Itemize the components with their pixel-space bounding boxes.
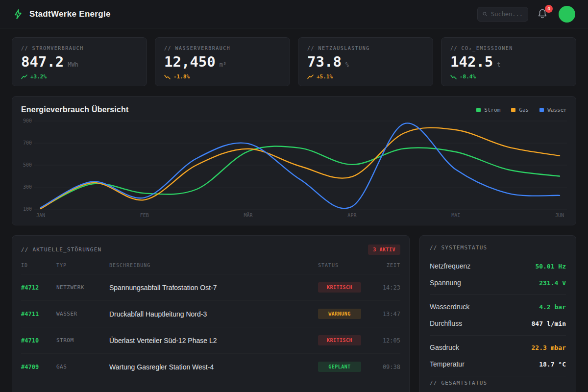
series-line-gas <box>41 128 560 209</box>
svg-text:JAN: JAN <box>36 213 45 218</box>
kpi-row: // STROMVERBRAUCH 847.2 MWh +3.2% // WAS… <box>12 37 576 86</box>
kpi-unit: MWh <box>68 61 78 68</box>
svg-text:100: 100 <box>23 206 32 212</box>
legend-item-wasser[interactable]: Wasser <box>539 107 567 113</box>
column-header-status: STATUS <box>318 263 369 268</box>
divider <box>430 294 566 295</box>
status-row: Netzfrequenz 50.01 Hz <box>430 258 566 274</box>
status-badge: GEPLANT <box>318 362 361 372</box>
incident-description: Druckabfall Hauptleitung Nord-3 <box>109 310 318 318</box>
overall-status-title: // GESAMTSTATUS <box>430 380 566 386</box>
svg-text:MAI: MAI <box>451 213 460 218</box>
status-label: Durchfluss <box>430 319 462 327</box>
legend-item-strom[interactable]: Strom <box>476 107 500 113</box>
incident-time: 13:47 <box>369 311 400 318</box>
status-value: 4.2 bar <box>539 303 566 311</box>
kpi-card-2: // NETZAUSLASTUNG 73.8 % +5.1% <box>298 37 433 86</box>
kpi-label: // STROMVERBRAUCH <box>21 46 138 51</box>
kpi-value: 847.2 <box>21 55 64 69</box>
incident-typ: STROM <box>56 337 109 343</box>
chart-card: Energieverbrauch Übersicht Strom Gas Was… <box>12 96 576 225</box>
incident-time: 09:38 <box>369 364 400 370</box>
svg-text:MÄR: MÄR <box>244 212 253 218</box>
status-row: Gasdruck 22.3 mbar <box>430 339 566 356</box>
kpi-unit: % <box>345 61 349 68</box>
system-status-rows: Netzfrequenz 50.01 Hz Spannung 231.4 V W… <box>430 258 566 372</box>
navbar: StadtWerke Energie Suchen... 4 <box>0 0 588 28</box>
incident-typ: NETZWERK <box>56 284 109 291</box>
kpi-label: // CO₂_EMISSIONEN <box>450 46 567 51</box>
kpi-card-3: // CO₂_EMISSIONEN 142.5 t -8.4% <box>441 37 576 86</box>
legend-item-gas[interactable]: Gas <box>511 107 529 113</box>
status-label: Gasdruck <box>430 343 459 351</box>
status-badge: KRITISCH <box>318 282 361 293</box>
table-row[interactable]: #4710 STROM Überlast Verteiler Süd-12 Ph… <box>21 327 400 354</box>
notification-badge: 4 <box>545 5 553 13</box>
incidents-table-header: IDTYPBESCHREIBUNGSTATUSZEIT <box>21 263 400 274</box>
legend-swatch <box>511 108 515 112</box>
trend-up-icon <box>21 74 27 79</box>
kpi-label: // WASSERVERBRAUCH <box>164 46 281 51</box>
kpi-unit: t <box>497 61 500 68</box>
avatar[interactable] <box>559 6 575 23</box>
search-placeholder: Suchen... <box>491 11 523 18</box>
app-title: StadtWerke Energie <box>29 9 111 19</box>
legend-swatch <box>539 108 544 112</box>
kpi-trend: +3.2% <box>21 74 138 80</box>
status-value: 22.3 mbar <box>532 344 566 351</box>
incident-typ: WASSER <box>56 311 109 317</box>
search-icon <box>483 11 487 17</box>
svg-text:JUN: JUN <box>555 213 564 218</box>
column-header-id: ID <box>21 263 56 268</box>
search-input[interactable]: Suchen... <box>477 7 528 22</box>
incident-description: Überlast Verteiler Süd-12 Phase L2 <box>109 337 318 344</box>
table-row[interactable]: #4712 NETZWERK Spannungsabfall Trafostat… <box>21 274 400 301</box>
status-value: 50.01 Hz <box>535 263 566 270</box>
kpi-card-1: // WASSERVERBRAUCH 12,450 m³ -1.8% <box>155 37 290 86</box>
divider <box>430 335 566 336</box>
table-row[interactable]: #4711 WASSER Druckabfall Hauptleitung No… <box>21 301 400 327</box>
system-status-title: // SYSTEMSTATUS <box>430 245 566 251</box>
kpi-value: 73.8 <box>307 55 342 69</box>
incidents-card: // AKTUELLE_STÖRUNGEN 3 AKTIV IDTYPBESCH… <box>12 235 410 392</box>
svg-text:APR: APR <box>347 213 357 218</box>
incident-description: Spannungsabfall Trafostation Ost-7 <box>109 284 318 292</box>
status-label: Temperatur <box>430 360 465 368</box>
chart-title: Energieverbrauch Übersicht <box>21 105 129 114</box>
status-label: Wasserdruck <box>430 303 469 311</box>
incident-id: #4710 <box>21 337 56 344</box>
status-value: 18.7 °C <box>539 361 566 368</box>
kpi-trend: +5.1% <box>307 74 424 80</box>
notifications-button[interactable]: 4 <box>537 8 550 21</box>
trend-up-icon <box>307 74 314 79</box>
status-row: Durchfluss 847 l/min <box>430 315 566 332</box>
incident-time: 12:05 <box>369 337 400 344</box>
status-row: Temperatur 18.7 °C <box>430 356 566 372</box>
svg-text:FEB: FEB <box>140 213 149 218</box>
kpi-value: 142.5 <box>450 55 493 69</box>
status-badge: KRITISCH <box>318 335 361 345</box>
kpi-label: // NETZAUSLASTUNG <box>307 46 424 51</box>
kpi-trend: -8.4% <box>450 74 567 80</box>
status-row: Spannung 231.4 V <box>430 274 566 291</box>
series-line-strom <box>41 146 560 208</box>
status-value: 847 l/min <box>532 320 566 327</box>
kpi-value: 12,450 <box>164 55 216 69</box>
svg-text:900: 900 <box>23 118 32 123</box>
status-badge: WARNUNG <box>318 309 361 319</box>
incident-description: Wartung Gasregler Station West-4 <box>109 363 318 371</box>
incidents-table-body: #4712 NETZWERK Spannungsabfall Trafostat… <box>21 274 400 380</box>
incidents-title: // AKTUELLE_STÖRUNGEN <box>21 246 101 253</box>
kpi-card-0: // STROMVERBRAUCH 847.2 MWh +3.2% <box>12 37 147 86</box>
incident-id: #4709 <box>21 364 56 370</box>
trend-down-icon <box>450 74 457 79</box>
kpi-unit: m³ <box>220 61 226 68</box>
energy-line-chart: 100300500700900JANFEBMÄRAPRMAIJUN <box>21 114 567 223</box>
active-count-badge: 3 AKTIV <box>368 245 400 255</box>
svg-text:300: 300 <box>23 184 32 190</box>
kpi-trend: -1.8% <box>164 74 281 80</box>
incident-id: #4712 <box>21 284 56 291</box>
trend-down-icon <box>164 74 171 79</box>
column-header-typ: TYP <box>56 263 109 268</box>
table-row[interactable]: #4709 GAS Wartung Gasregler Station West… <box>21 354 400 380</box>
